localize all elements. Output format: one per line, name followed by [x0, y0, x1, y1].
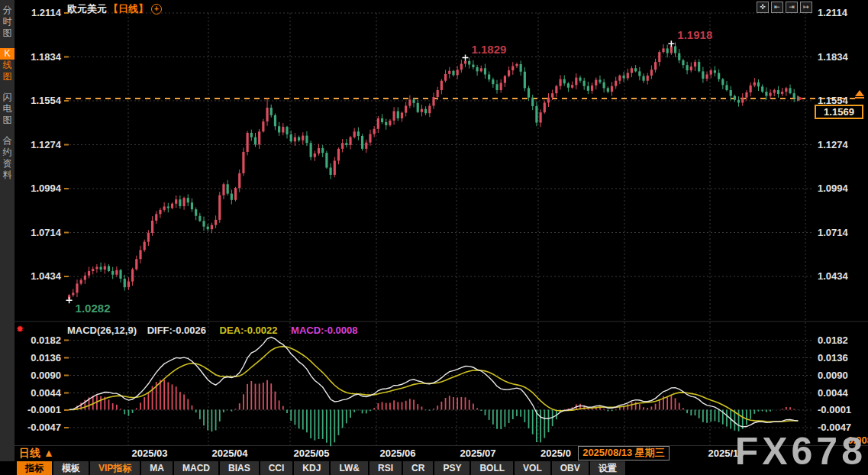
chart-toolbar: ✜⇤⇥↦ [757, 2, 812, 13]
sidebar-item-合约资料[interactable]: 合约资料 [0, 131, 15, 186]
month-label: 2025/06 [380, 448, 416, 459]
macd-dea-value: DEA:-0.0022 [220, 325, 278, 336]
axis-label: 0.0182 [31, 334, 61, 346]
add-indicator-icon[interactable]: + [151, 4, 162, 15]
sidebar-char: K [0, 48, 15, 60]
month-label: 2025/03 [132, 448, 168, 459]
axis-label: -0.0047 [27, 422, 61, 433]
scroll-to-latest-icon[interactable] [854, 90, 865, 100]
axis-label: 1.0434 [31, 270, 61, 282]
axis-label: 0.0136 [818, 352, 848, 364]
axis-right-icon[interactable]: ⇥ [786, 2, 798, 13]
tab-MACD[interactable]: MACD [174, 461, 218, 475]
axis-label: 1.2114 [31, 7, 61, 18]
sidebar-item-K线图[interactable]: K线图 [0, 44, 15, 87]
axis-label: -0.0001 [27, 404, 61, 415]
sidebar-char: 约 [0, 147, 15, 158]
month-label: 2025/0 [540, 448, 571, 459]
axis-label: 0.0090 [818, 370, 848, 381]
gridlines [15, 13, 868, 446]
period-arrow-icon: ▲ [44, 447, 54, 459]
tab-CCI[interactable]: CCI [260, 461, 293, 475]
axis-label: 1.1834 [31, 51, 61, 63]
tab-BIAS[interactable]: BIAS [220, 461, 259, 475]
sidebar-char: 料 [0, 170, 15, 181]
tab-设置[interactable]: 设置 [590, 461, 625, 475]
axis-left-icon[interactable]: ⇤ [771, 2, 783, 13]
macd-series[interactable] [69, 338, 799, 447]
tab-PSY[interactable]: PSY [434, 461, 469, 475]
crosshair-icon[interactable]: ✜ [757, 2, 769, 13]
period-label: 【日线】 [108, 3, 148, 15]
axis-ticks [64, 13, 69, 428]
chart-type-sidebar: 分时图K线图闪电图合约资料 [0, 0, 15, 461]
tab-指标[interactable]: 指标 [17, 461, 52, 475]
indicator-alert-icon[interactable]: ✹ [16, 324, 24, 334]
instrument-title: 欧元美元【日线】+ [67, 2, 162, 16]
axis-label: 0.0182 [818, 334, 848, 346]
swing-annotations: 1.18291.19181.0282 [66, 28, 713, 315]
right-price-axis: 1.21141.18341.15541.12741.09941.07141.04… [818, 0, 866, 458]
chart-canvas[interactable]: 1.18291.19181.0282 [0, 0, 868, 475]
axis-label: 1.2114 [818, 7, 847, 18]
axis-label: 1.1834 [818, 51, 848, 63]
macd-indicator-header: MACD(26,12,9) DIFF:-0.0026 DEA:-0.0022 M… [67, 325, 358, 336]
axis-label: 1.0434 [818, 270, 848, 282]
tab-MA[interactable]: MA [141, 461, 173, 475]
period-selector[interactable]: 日线 ▲ [19, 447, 54, 460]
left-price-axis: 1.21141.18341.15541.12741.09941.07141.04… [21, 0, 61, 458]
axis-label: 0.0090 [31, 370, 61, 381]
sidebar-char: 线 [0, 60, 15, 71]
tab-CR[interactable]: CR [403, 461, 433, 475]
sidebar-char: 合 [0, 135, 15, 147]
tab-VOL[interactable]: VOL [515, 461, 550, 475]
price-annotation: 1.1829 [472, 43, 507, 56]
sidebar-char: 图 [0, 27, 15, 39]
axis-label: 0.0044 [818, 387, 848, 399]
tab-VIP指标[interactable]: VIP指标 [90, 461, 140, 475]
axis-label: 1.0994 [818, 183, 848, 194]
axis-label: 1.1274 [818, 139, 848, 150]
tab-LW&[interactable]: LW& [331, 461, 368, 475]
macd-diff-value: DIFF:-0.0026 [147, 325, 206, 336]
axis-label: 1.1274 [31, 139, 61, 150]
price-annotation: 1.1918 [677, 28, 712, 41]
axis-label: 1.0714 [818, 227, 848, 238]
macd-bar-value: MACD:-0.0008 [291, 325, 357, 336]
macd-params: MACD(26,12,9) [67, 325, 137, 336]
pan-right-icon[interactable]: ↦ [800, 2, 812, 13]
axis-label: 1.0714 [31, 227, 61, 238]
fx678-chart-window: 1.18291.19181.0282 分时图K线图闪电图合约资料 欧元美元【日线… [0, 0, 868, 475]
month-label: 2025/04 [212, 448, 248, 459]
last-price-tag: 1.1569 [815, 105, 863, 119]
sidebar-char: 时 [0, 16, 15, 27]
axis-label: 0.0136 [31, 352, 61, 364]
sidebar-char: 电 [0, 103, 15, 115]
price-annotation: 1.0282 [76, 302, 111, 315]
month-label: 2025/07 [460, 448, 496, 459]
sidebar-item-闪电图[interactable]: 闪电图 [0, 87, 15, 131]
sidebar-char: 闪 [0, 92, 15, 103]
tab-KDJ[interactable]: KDJ [294, 461, 329, 475]
axis-label: 1.0994 [31, 183, 61, 194]
symbol-name: 欧元美元 [67, 3, 107, 15]
fx678-watermark: FX678 [735, 432, 866, 470]
month-label: 2025/05 [294, 448, 330, 459]
sidebar-char: 图 [0, 71, 15, 82]
tab-OBV[interactable]: OBV [552, 461, 589, 475]
sidebar-char: 分 [0, 5, 15, 16]
sidebar-char: 图 [0, 115, 15, 126]
candlestick-series[interactable] [68, 43, 799, 301]
sidebar-item-分时图[interactable]: 分时图 [0, 0, 15, 44]
tab-模板[interactable]: 模板 [53, 461, 89, 475]
tab-RSI[interactable]: RSI [369, 461, 402, 475]
latest-bar [855, 97, 864, 99]
axis-label: 1.1554 [31, 95, 61, 106]
sidebar-char: 资 [0, 158, 15, 170]
crosshair-date-tooltip: 2025/08/13 星期三 [578, 446, 670, 460]
tab-BOLL[interactable]: BOLL [471, 461, 513, 475]
axis-label: 0.0044 [31, 387, 61, 399]
latest-triangle [855, 90, 864, 96]
axis-label: -0.0001 [818, 404, 851, 415]
